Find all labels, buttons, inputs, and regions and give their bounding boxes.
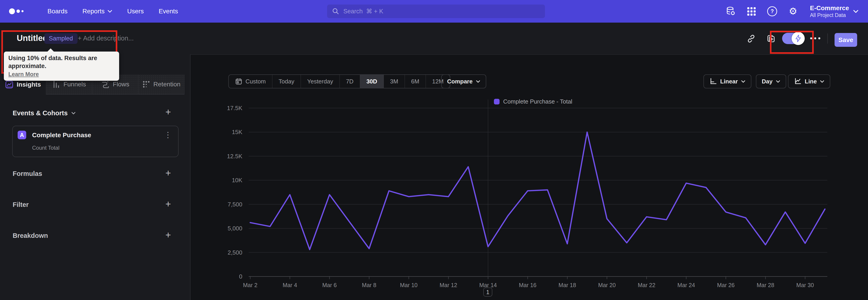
search-bar[interactable] [327, 4, 545, 18]
y-axis-tick: 15K [232, 129, 243, 136]
lightning-bolt-icon [795, 35, 801, 42]
retention-icon [142, 80, 150, 88]
nav-item-reports[interactable]: Reports [83, 8, 112, 15]
org-name: E-Commerce [810, 4, 849, 12]
learn-more-link[interactable]: Learn More [8, 71, 39, 78]
nav-item-boards[interactable]: Boards [48, 8, 68, 15]
event-metric[interactable]: Count Total [32, 145, 59, 151]
add-filter-button[interactable]: + [164, 199, 173, 210]
range-custom[interactable]: Custom [229, 75, 272, 88]
range-label: Custom [246, 78, 266, 85]
scale-label: Linear [720, 78, 738, 85]
y-axis-tick: 10K [232, 177, 243, 184]
chevron-down-icon [776, 80, 780, 83]
event-card[interactable]: A Complete Purchase ⋮ Count Total [12, 126, 179, 157]
series-line[interactable] [250, 132, 825, 249]
sampling-toggle[interactable] [782, 33, 804, 44]
chart-type-label: Line [805, 78, 817, 85]
settings-gear-icon[interactable]: ⚙ [788, 6, 798, 17]
section-filter: Filter [13, 201, 29, 208]
x-axis-tick: Mar 12 [440, 282, 457, 288]
nav-item-users[interactable]: Users [127, 8, 144, 15]
range-6m[interactable]: 6M [405, 75, 426, 88]
interval-label: Day [762, 78, 773, 85]
y-axis-tick: 5,000 [228, 225, 242, 232]
section-label: Events & Cohorts [13, 110, 68, 117]
chart-legend[interactable]: Complete Purchase - Total [494, 98, 572, 105]
chart-type-dropdown[interactable]: Line [788, 74, 830, 88]
chevron-down-icon [853, 10, 859, 13]
x-axis-tick: Mar 24 [677, 282, 695, 288]
sampling-tooltip: Using 10% of data. Results are approxima… [4, 52, 119, 81]
y-axis-tick: 2,500 [228, 249, 242, 256]
save-button[interactable]: Save [835, 33, 857, 47]
line-chart-icon [794, 78, 802, 85]
project-switcher[interactable]: E-Commerce All Project Data [809, 4, 859, 19]
range-label: 7D [346, 78, 353, 85]
compare-label: Compare [447, 78, 473, 85]
event-name[interactable]: Complete Purchase [32, 131, 91, 139]
add-event-button[interactable]: + [164, 107, 173, 118]
chevron-down-icon [820, 80, 825, 83]
chevron-down-icon [71, 112, 76, 115]
range-30d[interactable]: 30D [360, 75, 384, 88]
section-breakdown: Breakdown [13, 232, 48, 239]
x-axis-tick: Mar 14 [479, 282, 497, 288]
add-breakdown-button[interactable]: + [164, 230, 173, 241]
toggle-knob [792, 32, 805, 45]
kebab-menu-icon[interactable]: ⋮ [164, 130, 172, 139]
range-today[interactable]: Today [272, 75, 301, 88]
tab-retention[interactable]: Retention [138, 74, 184, 94]
top-nav: Boards Reports Users Events ? [0, 0, 868, 23]
interval-dropdown[interactable]: Day [756, 74, 786, 88]
nav-item-label: Users [127, 8, 144, 15]
range-label: 30D [366, 78, 377, 85]
sampled-badge[interactable]: Sampled [44, 33, 78, 44]
range-yesterday[interactable]: Yesterday [301, 75, 340, 88]
x-axis-tick: Mar 30 [796, 282, 814, 288]
data-management-icon[interactable] [725, 6, 736, 17]
search-input[interactable] [343, 8, 540, 15]
add-description[interactable]: + Add description... [78, 35, 133, 42]
range-label: Yesterday [307, 78, 333, 85]
tooltip-message: Using 10% of data. Results are approxima… [8, 54, 115, 70]
linear-axis-icon [709, 78, 717, 85]
save-to-board-icon[interactable] [766, 34, 776, 43]
help-icon[interactable]: ? [767, 6, 777, 17]
events-cohorts-header[interactable]: Events & Cohorts [13, 110, 76, 117]
nav-item-events[interactable]: Events [159, 8, 178, 15]
range-label: Today [279, 78, 294, 85]
tab-label: Funnels [64, 81, 86, 88]
tab-label: Insights [17, 81, 41, 88]
range-7d[interactable]: 7D [340, 75, 360, 88]
add-formula-button[interactable]: + [164, 168, 173, 179]
date-range-control: Custom Today Yesterday 7D 30D 3M 6M 12M [228, 74, 450, 88]
nav-item-label: Reports [83, 8, 105, 15]
nav-item-label: Events [159, 8, 178, 15]
y-axis-tick: 17.5K [227, 105, 243, 112]
search-icon [332, 7, 339, 15]
divider [827, 33, 828, 43]
scale-dropdown[interactable]: Linear [704, 74, 751, 88]
insights-icon [5, 80, 13, 89]
calendar-icon [235, 78, 242, 85]
mixpanel-logo-icon[interactable] [9, 8, 24, 14]
x-axis-tick: Mar 6 [322, 282, 337, 288]
series-pagination[interactable]: 1 [483, 288, 492, 297]
more-menu-icon[interactable] [810, 37, 820, 39]
y-axis-tick: 7,500 [228, 201, 242, 208]
x-axis-tick: Mar 20 [598, 282, 616, 288]
x-axis-tick: Mar 10 [400, 282, 417, 288]
flows-icon [101, 80, 110, 89]
tab-label: Retention [153, 81, 181, 88]
compare-dropdown[interactable]: Compare [441, 74, 486, 88]
project-name: All Project Data [810, 12, 846, 19]
copy-link-icon[interactable] [746, 34, 756, 43]
section-formulas: Formulas [13, 170, 42, 177]
apps-grid-icon[interactable] [746, 6, 756, 17]
funnels-icon [52, 80, 60, 88]
range-label: 3M [390, 78, 398, 85]
legend-label: Complete Purchase - Total [503, 98, 572, 105]
range-3m[interactable]: 3M [384, 75, 405, 88]
report-title[interactable]: Untitled [17, 33, 48, 43]
